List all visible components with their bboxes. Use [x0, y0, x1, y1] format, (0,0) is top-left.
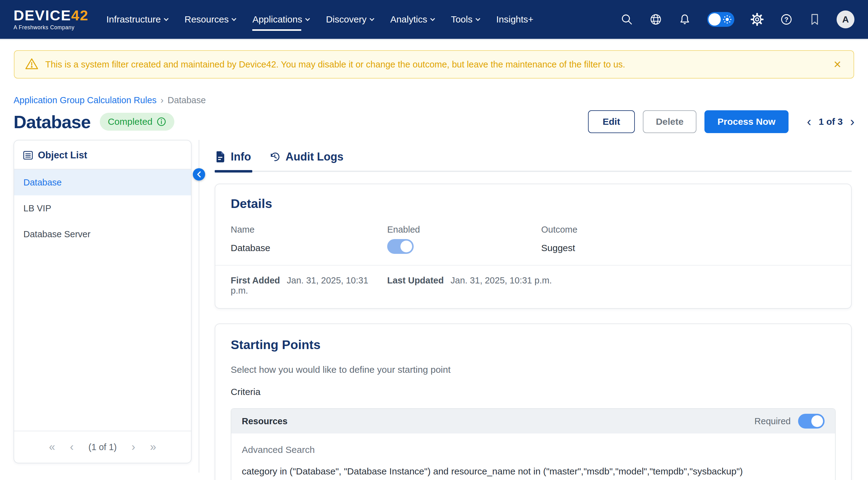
criteria-label: Criteria — [231, 387, 836, 397]
sidebar-divider — [199, 140, 199, 473]
name-label: Name — [231, 224, 387, 235]
resources-title: Resources — [242, 416, 287, 426]
starting-points-subtitle: Select how you would like to define your… — [231, 364, 836, 375]
delete-button[interactable]: Delete — [643, 110, 696, 133]
history-icon — [269, 151, 281, 163]
details-heading: Details — [231, 197, 836, 211]
last-updated-label: Last Updated — [387, 275, 444, 285]
process-now-button[interactable]: Process Now — [705, 110, 788, 133]
settings-gear-icon[interactable] — [750, 12, 764, 26]
system-filter-banner: This is a system filter created and main… — [14, 50, 854, 79]
globe-icon[interactable] — [649, 13, 662, 26]
field-name: Name Database — [231, 224, 387, 254]
name-value: Database — [231, 243, 387, 253]
tab-info[interactable]: Info — [215, 146, 252, 171]
nav-item-applications[interactable]: Applications — [252, 0, 309, 39]
resources-panel: Resources Required Advanced Search categ… — [231, 408, 836, 480]
details-card: Details Name Database Enabled Outcome Su… — [215, 184, 852, 309]
search-icon[interactable] — [620, 13, 633, 26]
sidebar-item-lb-vip[interactable]: LB VIP — [14, 195, 191, 221]
sidebar-item-database-server[interactable]: Database Server — [14, 221, 191, 247]
pager-position: 1 of 3 — [819, 116, 843, 127]
starting-points-heading: Starting Points — [231, 338, 836, 352]
chevron-down-icon — [475, 16, 480, 21]
logo-42: 42 — [71, 7, 88, 23]
breadcrumb-separator: › — [160, 95, 163, 106]
resources-header: Resources Required — [231, 409, 835, 433]
sidebar-item-database[interactable]: Database — [14, 170, 191, 195]
user-avatar[interactable]: A — [837, 10, 855, 28]
object-list-pagination: « ‹ (1 of 1) › » — [14, 431, 191, 463]
chevron-down-icon — [430, 16, 435, 21]
info-icon[interactable] — [156, 117, 166, 127]
outcome-label: Outcome — [541, 224, 836, 235]
field-enabled: Enabled — [387, 224, 541, 254]
nav-item-analytics[interactable]: Analytics — [390, 0, 434, 39]
last-updated: Last Updated Jan. 31, 2025, 10:31 p.m. — [387, 275, 836, 296]
page-header: Database Completed Edit Delete Process N… — [13, 110, 855, 133]
first-added: First Added Jan. 31, 2025, 10:31 p.m. — [231, 275, 387, 296]
first-added-label: First Added — [231, 275, 280, 285]
sidebar-collapse-button[interactable] — [193, 168, 205, 181]
breadcrumb-link[interactable]: Application Group Calculation Rules — [13, 95, 156, 106]
pagination-position: (1 of 1) — [88, 442, 117, 452]
nav-item-insights[interactable]: Insights+ — [496, 0, 533, 39]
chevron-left-icon — [196, 171, 202, 178]
pagination-first-icon[interactable]: « — [49, 442, 55, 453]
pager-prev-icon[interactable]: ‹ — [807, 115, 811, 128]
chevron-down-icon — [305, 16, 310, 21]
nav-item-infrastructure[interactable]: Infrastructure — [106, 0, 168, 39]
edit-button[interactable]: Edit — [588, 110, 635, 133]
warning-icon — [25, 57, 38, 71]
object-list-header: Object List — [14, 141, 191, 170]
record-pager: ‹ 1 of 3 › — [807, 115, 855, 128]
enabled-toggle[interactable] — [387, 239, 414, 254]
svg-text:?: ? — [784, 16, 788, 23]
status-badge: Completed — [100, 113, 174, 131]
page-title: Database — [13, 112, 91, 132]
main-panel: Info Audit Logs Details Name Database — [215, 140, 852, 480]
notifications-bell-icon[interactable] — [678, 13, 691, 26]
toggle-knob — [400, 241, 412, 252]
advanced-search-label: Advanced Search — [242, 445, 825, 455]
object-list-panel: Object List Database LB VIP Database Ser… — [13, 140, 192, 463]
content-area: Object List Database LB VIP Database Ser… — [0, 140, 868, 480]
nav-item-tools[interactable]: Tools — [451, 0, 479, 39]
tab-info-label: Info — [231, 150, 251, 163]
pager-next-icon[interactable]: › — [850, 115, 855, 128]
tab-audit-logs-label: Audit Logs — [285, 150, 343, 163]
breadcrumb: Application Group Calculation Rules › Da… — [13, 95, 855, 106]
device42-logo[interactable]: DEVICE42 A Freshworks Company — [13, 8, 88, 31]
help-icon[interactable]: ? — [780, 13, 793, 26]
chevron-down-icon — [164, 16, 169, 21]
status-badge-label: Completed — [108, 116, 152, 127]
resources-body: Advanced Search category in ("Database",… — [231, 433, 835, 480]
main-menu: Infrastructure Resources Applications Di… — [106, 0, 533, 39]
outcome-value: Suggest — [541, 243, 836, 253]
starting-points-card: Starting Points Select how you would lik… — [215, 324, 852, 480]
list-icon — [23, 150, 33, 160]
required-toggle[interactable] — [798, 414, 825, 428]
nav-item-discovery[interactable]: Discovery — [326, 0, 374, 39]
tab-strip: Info Audit Logs — [215, 146, 852, 172]
breadcrumb-current: Database — [167, 95, 206, 106]
theme-toggle[interactable] — [707, 12, 734, 27]
pagination-last-icon[interactable]: » — [150, 442, 156, 453]
close-icon[interactable]: × — [832, 58, 843, 71]
banner-message: This is a system filter created and main… — [45, 59, 832, 70]
toggle-knob — [811, 415, 823, 427]
pagination-prev-icon[interactable]: ‹ — [70, 442, 73, 453]
logo-tagline: A Freshworks Company — [13, 24, 88, 31]
logo-text: DEVICE — [13, 7, 71, 23]
toggle-knob — [708, 13, 721, 26]
required-label: Required — [754, 416, 791, 426]
object-list-title: Object List — [38, 150, 87, 161]
bookmark-icon[interactable] — [809, 13, 820, 26]
field-outcome: Outcome Suggest — [541, 224, 836, 254]
enabled-label: Enabled — [387, 224, 541, 235]
tab-audit-logs[interactable]: Audit Logs — [269, 146, 345, 171]
chevron-down-icon — [370, 16, 375, 21]
document-icon — [215, 151, 226, 163]
pagination-next-icon[interactable]: › — [131, 442, 135, 453]
nav-item-resources[interactable]: Resources — [185, 0, 236, 39]
